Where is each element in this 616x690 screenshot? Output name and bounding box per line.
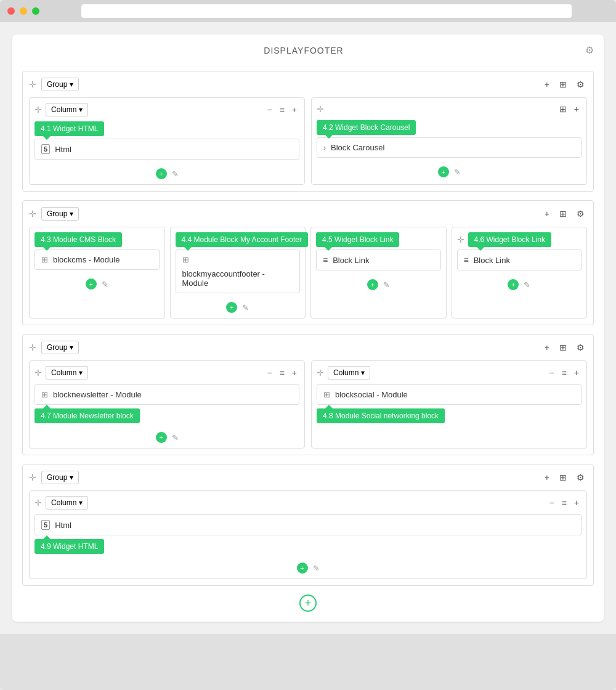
widget-3-1-label: blocknewsletter - Module [53, 390, 142, 399]
col-4-6-edit-btn[interactable]: ✎ [524, 280, 530, 290]
tooltip-1-2: 4.2 Widget Block Carousel [317, 120, 582, 135]
four-col-block-4: ✛ 4.6 Widget Block Link ≡ Block Link + ✎ [452, 227, 588, 319]
col-3-1-dropdown[interactable]: Column ▾ [46, 366, 88, 380]
col-1-1-header: ✛ Column ▾ − ≡ + [34, 103, 299, 116]
chevron-icon-1-2: › [323, 144, 326, 152]
group-4-add-icon[interactable]: + [542, 471, 552, 484]
module-icon-3-2: ⊞ [323, 390, 330, 399]
window: DISPLAYFOOTER ⚙ ✛ Group ▾ [0, 0, 616, 690]
widget-3-2-container: ⊞ blocksocial - Module 4.8 Module Social… [317, 384, 582, 423]
group-1-header-right: + ⊞ ⚙ [542, 78, 587, 91]
col-1-2-add-btn[interactable]: + [438, 166, 449, 177]
col-1-1-list-icon[interactable]: ≡ [277, 104, 287, 116]
group-1-settings-icon[interactable]: ⚙ [574, 78, 587, 91]
col-4-3-add-btn[interactable]: + [86, 278, 97, 290]
col-4-6-drag[interactable]: ✛ [457, 235, 464, 245]
tooltip-4-5: 4.5 Widget Block Link [316, 232, 441, 247]
group-1-grid-icon[interactable]: ⊞ [557, 78, 569, 91]
module-icon-4-3: ⊞ [41, 255, 48, 264]
col-1-1-edit-btn[interactable]: ✎ [172, 169, 179, 179]
close-button[interactable] [7, 7, 15, 15]
maximize-button[interactable] [32, 7, 39, 15]
col-1-2-header: ✛ ⊞ + [317, 103, 582, 115]
page-settings-icon[interactable]: ⚙ [585, 44, 594, 56]
group-1-drag-handle[interactable]: ✛ [29, 79, 36, 89]
col-1-1-plus-icon[interactable]: + [290, 104, 299, 116]
group-2-drag-handle[interactable]: ✛ [29, 209, 36, 219]
col-3-1-plus-icon[interactable]: + [290, 367, 299, 379]
group-4-settings-icon[interactable]: ⚙ [574, 471, 587, 484]
col-4-1-minus-icon[interactable]: − [546, 497, 556, 509]
col-4-1-add-btn[interactable]: + [297, 562, 308, 574]
col-4-5-add-btn[interactable]: + [367, 279, 378, 290]
widget-4-5-label: Block Link [333, 256, 369, 265]
group-1-add-icon[interactable]: + [542, 78, 552, 91]
col-3-2-plus-icon[interactable]: + [572, 367, 582, 379]
group-4-dropdown[interactable]: Group ▾ [41, 471, 79, 484]
col-4-1-dropdown[interactable]: Column ▾ [46, 496, 88, 509]
group-1-header-left: ✛ Group ▾ [29, 78, 79, 91]
col-4-3-footer: + ✎ [34, 275, 160, 290]
column-block-1-1: ✛ Column ▾ − ≡ + [29, 97, 305, 185]
col-1-1-minus-icon[interactable]: − [264, 104, 274, 116]
minimize-button[interactable] [20, 7, 27, 15]
col-4-1-edit-btn[interactable]: ✎ [313, 564, 320, 573]
col-3-1-list-icon[interactable]: ≡ [277, 367, 287, 379]
col-4-6-add-btn[interactable]: + [508, 279, 519, 290]
tooltip-4-8: 4.8 Module Social networking block [317, 408, 582, 423]
col-1-1-dropdown[interactable]: Column ▾ [46, 103, 88, 116]
four-col-block-1: 4.3 Module CMS Block ⊞ blockcms - Module… [29, 227, 165, 319]
html-icon-4-1: 5 [41, 520, 50, 530]
tooltip-label-4-7: 4.7 Module Newsletter block [34, 408, 140, 423]
col-1-1-drag[interactable]: ✛ [34, 105, 42, 115]
group-3-add-icon[interactable]: + [542, 341, 552, 354]
module-icon-3-1: ⊞ [41, 390, 48, 399]
col-3-2-dropdown[interactable]: Column ▾ [328, 366, 370, 380]
col-1-2-footer: + ✎ [317, 163, 582, 177]
group-1-dropdown[interactable]: Group ▾ [41, 78, 79, 91]
address-bar[interactable] [81, 4, 572, 18]
col-1-2-drag[interactable]: ✛ [317, 104, 324, 114]
group-3-dropdown[interactable]: Group ▾ [41, 341, 79, 354]
col-4-1-list-icon[interactable]: ≡ [559, 497, 569, 509]
col-3-2-drag[interactable]: ✛ [317, 368, 324, 378]
group-4-header: ✛ Group ▾ + ⊞ ⚙ [29, 471, 587, 484]
col-3-1-minus-icon[interactable]: − [264, 367, 274, 379]
col-3-2-minus-icon[interactable]: − [546, 367, 556, 379]
widget-3-1: ⊞ blocknewsletter - Module [34, 384, 299, 405]
col-3-2-list-icon[interactable]: ≡ [559, 367, 569, 379]
widget-4-3-label: blockcms - Module [53, 255, 120, 264]
col-3-1-drag[interactable]: ✛ [34, 368, 42, 378]
column-block-4-1: ✛ Column ▾ − ≡ + [29, 490, 587, 579]
col-4-1-plus-icon[interactable]: + [572, 497, 582, 509]
col-4-4-edit-btn[interactable]: ✎ [242, 303, 249, 312]
col-3-1-edit-btn[interactable]: ✎ [172, 433, 179, 442]
col-4-5-edit-btn[interactable]: ✎ [383, 280, 390, 290]
col-4-1-drag[interactable]: ✛ [34, 498, 42, 508]
group-block-4: ✛ Group ▾ + ⊞ ⚙ [22, 464, 594, 586]
widget-4-6: ≡ Block Link [457, 250, 582, 270]
add-group-btn[interactable]: + [299, 595, 317, 612]
col-1-2-edit-btn[interactable]: ✎ [454, 168, 461, 177]
html-icon-1-1: 5 [41, 144, 50, 154]
group-2-dropdown[interactable]: Group ▾ [41, 207, 79, 221]
group-4-grid-icon[interactable]: ⊞ [557, 471, 569, 484]
col-4-3-edit-btn[interactable]: ✎ [102, 280, 108, 289]
group-2-add-icon[interactable]: + [542, 208, 552, 220]
group-3-drag-handle[interactable]: ✛ [29, 343, 36, 352]
col-1-2-grid-icon[interactable]: ⊞ [557, 103, 569, 115]
page-container: DISPLAYFOOTER ⚙ ✛ Group ▾ [12, 34, 604, 622]
group-3-header-left: ✛ Group ▾ [29, 341, 79, 354]
col-3-1-add-btn[interactable]: + [156, 432, 167, 443]
group-2-settings-icon[interactable]: ⚙ [574, 208, 587, 220]
col-1-2-plus-icon[interactable]: + [572, 103, 582, 115]
group-4-header-left: ✛ Group ▾ [29, 471, 79, 484]
group-3-settings-icon[interactable]: ⚙ [574, 341, 587, 354]
col-1-1-add-btn[interactable]: + [156, 168, 167, 179]
col-4-4-add-btn[interactable]: + [226, 302, 237, 313]
col-3-1-footer: + ✎ [34, 428, 299, 443]
group-4-drag-handle[interactable]: ✛ [29, 473, 36, 482]
group-3-grid-icon[interactable]: ⊞ [557, 341, 569, 354]
col-3-1-header-right: − ≡ + [264, 367, 299, 379]
group-2-grid-icon[interactable]: ⊞ [557, 208, 569, 220]
